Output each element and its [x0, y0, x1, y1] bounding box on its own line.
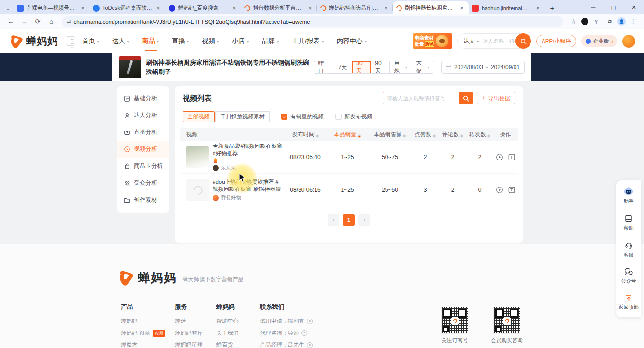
product-thumbnail[interactable] — [119, 56, 141, 78]
footer-link[interactable]: 蝉魔方 — [121, 341, 175, 348]
col-shares[interactable]: 转发数 — [467, 131, 493, 138]
adblock-extension-icon[interactable] — [581, 18, 588, 25]
col-publish-time[interactable]: 发布时间 — [284, 131, 327, 138]
video-title[interactable]: #dou上热门 #热卖款推荐 #视频同款在橱窗 刷锅神器清洁干净长柄不锈钢刷锅子… — [213, 178, 284, 193]
footer-link[interactable]: 关于我们 — [216, 330, 260, 337]
search-category-dropdown[interactable]: 达人 — [463, 37, 479, 45]
sidebar-item-live[interactable]: 直播分析 — [117, 124, 169, 141]
tab-close-icon[interactable] — [458, 5, 465, 12]
enterprise-badge[interactable]: 企业版 — [581, 35, 617, 47]
back-to-top-button[interactable]: 返回顶部 — [618, 294, 639, 311]
date-tab-natural[interactable]: 自然 — [389, 61, 412, 73]
sidebar-item-product-card[interactable]: 商品卡分析 — [117, 158, 169, 174]
assistant-button[interactable]: 助手 — [623, 187, 634, 205]
nav-item-home[interactable]: 首页 — [82, 37, 100, 45]
footer-link[interactable]: 蝉妈妈智库 — [175, 330, 216, 337]
checkbox-has-sales[interactable]: 有销量的视频 — [281, 113, 324, 120]
date-tab-30d[interactable]: 30天 — [352, 61, 371, 73]
col-product-gmv[interactable]: 本品销售额 — [368, 131, 412, 138]
extension-icon[interactable] — [590, 16, 602, 28]
browser-tab-7[interactable]: haohuo.jinritemai.com/econ... — [469, 1, 544, 14]
nav-item-tools[interactable]: 工具/报表 — [292, 37, 324, 45]
video-thumbnail[interactable] — [186, 146, 209, 168]
nav-item-content-center[interactable]: 内容中心 — [337, 37, 367, 45]
browser-tab-5[interactable]: 蝉妈妈抖商选品库|抖音短视... — [317, 1, 393, 14]
extensions-icon[interactable] — [604, 16, 615, 28]
tab-search-icon[interactable] — [3, 2, 14, 14]
transcript-icon[interactable] — [508, 153, 515, 161]
wechat-contact-icon[interactable] — [307, 319, 313, 324]
date-range-picker[interactable]: 2024/08/03 - 2024/09/01 — [441, 61, 525, 74]
filter-tab-all-videos[interactable]: 全部视频 — [183, 111, 215, 122]
tab-close-icon[interactable] — [307, 5, 314, 12]
next-page-button[interactable]: › — [358, 214, 370, 226]
sidebar-item-audience[interactable]: 受众分析 — [117, 174, 169, 191]
export-data-button[interactable]: 导出数据 — [477, 92, 515, 104]
footer-link[interactable]: 蝉百货 — [216, 341, 260, 348]
minimize-button[interactable] — [583, 0, 603, 14]
footer-link[interactable]: 蝉选 — [175, 318, 216, 325]
date-tab-90d[interactable]: 90天 — [371, 61, 389, 73]
tab-close-icon[interactable] — [155, 5, 162, 12]
footer-link[interactable]: 帮助中心 — [216, 318, 260, 325]
checkbox-new-videos[interactable]: 新发布视频 — [335, 113, 372, 120]
tab-close-icon[interactable] — [534, 5, 541, 12]
footer-contact[interactable]: 产品经理：吕先生 — [260, 341, 347, 348]
chrome-menu-icon[interactable] — [628, 16, 639, 28]
nav-item-brand[interactable]: 品牌 — [262, 37, 279, 45]
tab-close-icon[interactable] — [383, 5, 389, 12]
footer-contact[interactable]: 试用申请：福利官 — [260, 318, 347, 325]
sidebar-item-daren[interactable]: 达人分析 — [117, 107, 169, 124]
wechat-contact-icon[interactable] — [301, 330, 307, 336]
sidebar-item-video-analysis[interactable]: 视频分析 — [117, 141, 169, 158]
prev-page-button[interactable]: ‹ — [328, 214, 339, 226]
date-tab-7d[interactable]: 7天 — [333, 61, 352, 73]
wechat-official-button[interactable]: 公众号 — [621, 267, 636, 285]
video-search-input[interactable] — [383, 92, 459, 104]
wechat-contact-icon[interactable] — [307, 342, 313, 348]
home-icon[interactable]: ⌂ — [45, 16, 57, 28]
video-author[interactable]: 乐乐乐 — [213, 165, 284, 172]
help-button[interactable]: 帮助 — [624, 214, 634, 232]
filter-tab-qianchuan[interactable]: 千川投放视频素材 — [215, 111, 270, 122]
header-search-button[interactable] — [515, 33, 531, 49]
customer-service-button[interactable]: 客服 — [624, 241, 634, 259]
sidebar-item-basic[interactable]: 基础分析 — [117, 90, 169, 107]
checkbox-checked-icon[interactable] — [281, 114, 287, 120]
play-video-icon[interactable] — [496, 153, 503, 161]
apps-grid-icon[interactable] — [66, 36, 75, 46]
bookmark-icon[interactable] — [568, 16, 579, 28]
site-settings-icon[interactable] — [67, 19, 70, 24]
date-tab-yesterday[interactable]: 昨日 — [314, 61, 333, 73]
header-search-input[interactable] — [483, 38, 516, 44]
browser-tab-1[interactable]: 芒裸电商—视频号电商玩法全 — [14, 1, 89, 14]
video-thumbnail[interactable] — [186, 179, 209, 201]
forward-icon[interactable]: → — [18, 16, 30, 28]
video-title[interactable]: 全新食品袋#视频同款在橱窗 #好物推荐 — [213, 143, 284, 157]
address-bar[interactable]: chanmama.com/promotionRank/-VJ3rUIyL1hU-… — [62, 16, 563, 27]
app-miniprogram-button[interactable]: APP/小程序 — [536, 35, 576, 47]
chanmama-logo[interactable]: 蝉妈妈 — [9, 34, 58, 48]
nav-item-shop[interactable]: 小店 — [232, 37, 249, 45]
chrome-profile-avatar[interactable] — [617, 17, 626, 26]
sidebar-item-creative[interactable]: 创作素材 — [117, 191, 169, 208]
tab-close-icon[interactable] — [231, 5, 238, 12]
back-icon[interactable]: ← — [5, 16, 16, 28]
col-product-sales[interactable]: 本品销量 — [327, 131, 368, 138]
browser-tab-2[interactable]: ToDesk远程桌面软件-免费安全 — [89, 1, 165, 14]
reload-icon[interactable]: ⟳ — [32, 16, 43, 28]
page-1-button[interactable]: 1 — [343, 214, 355, 226]
footer-link[interactable]: 蝉妈妈星球 — [175, 341, 216, 348]
user-avatar[interactable] — [622, 35, 635, 48]
nav-item-daren[interactable]: 达人 — [112, 37, 129, 45]
checkbox-unchecked-icon[interactable] — [335, 114, 342, 120]
nav-item-product[interactable]: 商品 — [142, 37, 159, 45]
col-likes[interactable]: 点赞数 — [412, 131, 439, 138]
tab-close-icon[interactable] — [79, 5, 86, 12]
promo-banner[interactable]: 电商素材 批量测试 — [413, 33, 452, 49]
video-search-button[interactable] — [459, 92, 473, 104]
footer-contact[interactable]: 代理咨询：导师 — [260, 330, 347, 337]
browser-tab-3[interactable]: 蝉妈妈_百度搜索 — [165, 1, 241, 14]
footer-link[interactable]: 蝉妈妈 创意内测 — [121, 330, 175, 337]
col-comments[interactable]: 评论数 — [439, 131, 467, 138]
